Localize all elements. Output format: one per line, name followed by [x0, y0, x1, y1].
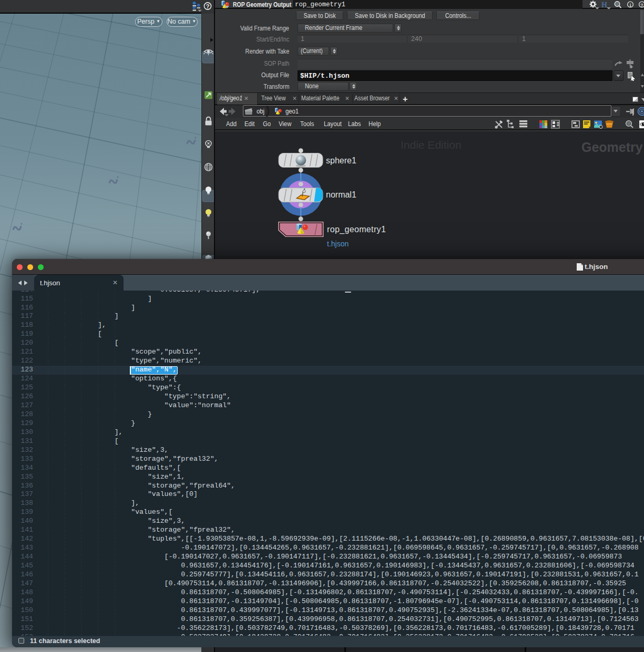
svg-text:?: ?	[206, 3, 210, 9]
svg-text:H: H	[601, 1, 607, 9]
svg-text:?: ?	[640, 2, 643, 8]
svg-text:i: i	[630, 3, 631, 8]
